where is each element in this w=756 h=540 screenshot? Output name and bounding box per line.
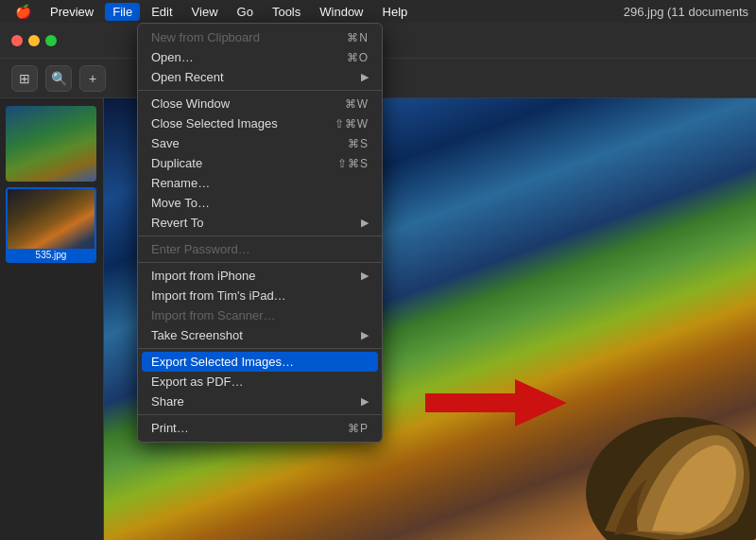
file-menu: New from Clipboard ⌘N Open… ⌘O Open Rece… xyxy=(137,23,383,443)
menu-import-iphone[interactable]: Import from iPhone ▶ xyxy=(138,266,382,286)
menu-rename-label: Rename… xyxy=(151,176,210,190)
screenshot-arrow-icon: ▶ xyxy=(361,329,369,341)
revert-arrow-icon: ▶ xyxy=(361,217,369,229)
dropdown-overlay: New from Clipboard ⌘N Open… ⌘O Open Rece… xyxy=(0,0,756,540)
menu-export-pdf[interactable]: Export as PDF… xyxy=(138,372,382,392)
menu-take-screenshot[interactable]: Take Screenshot ▶ xyxy=(138,325,382,345)
separator-2 xyxy=(138,235,382,236)
menu-close-selected-shortcut: ⇧⌘W xyxy=(335,117,369,131)
menu-duplicate-shortcut: ⇧⌘S xyxy=(337,157,369,170)
menu-import-ipad-label: Import from Tim's iPad… xyxy=(151,288,286,303)
menu-close-selected[interactable]: Close Selected Images ⇧⌘W xyxy=(138,113,382,133)
menu-save-label: Save xyxy=(151,136,180,150)
menu-print-label: Print… xyxy=(151,421,189,435)
menu-move-to-label: Move To… xyxy=(151,196,210,210)
menu-share-label: Share xyxy=(151,394,184,409)
menu-open-label: Open… xyxy=(151,50,194,64)
menu-open[interactable]: Open… ⌘O xyxy=(138,47,382,67)
menu-open-recent[interactable]: Open Recent ▶ xyxy=(138,67,382,87)
menu-close-window-label: Close Window xyxy=(151,96,230,111)
menu-enter-password: Enter Password… xyxy=(138,239,382,259)
menu-export-selected-label: Export Selected Images… xyxy=(151,355,294,369)
menu-save[interactable]: Save ⌘S xyxy=(138,133,382,153)
menu-save-shortcut: ⌘S xyxy=(348,137,369,150)
menu-rename[interactable]: Rename… xyxy=(138,173,382,193)
menu-duplicate[interactable]: Duplicate ⇧⌘S xyxy=(138,153,382,173)
menu-enter-password-label: Enter Password… xyxy=(151,242,250,256)
separator-5 xyxy=(138,414,382,415)
menu-open-recent-label: Open Recent xyxy=(151,70,224,84)
menu-duplicate-label: Duplicate xyxy=(151,156,202,170)
menu-new-clipboard-label: New from Clipboard xyxy=(151,30,260,44)
menu-import-scanner-label: Import from Scanner… xyxy=(151,308,276,322)
menu-close-window[interactable]: Close Window ⌘W xyxy=(138,94,382,113)
menu-new-clipboard-shortcut: ⌘N xyxy=(347,31,369,44)
menu-export-pdf-label: Export as PDF… xyxy=(151,375,244,389)
separator-1 xyxy=(138,90,382,91)
menu-import-ipad[interactable]: Import from Tim's iPad… xyxy=(138,286,382,305)
separator-3 xyxy=(138,262,382,263)
menu-print[interactable]: Print… ⌘P xyxy=(138,418,382,438)
menu-new-clipboard: New from Clipboard ⌘N xyxy=(138,27,382,47)
open-recent-arrow-icon: ▶ xyxy=(361,71,369,83)
menu-take-screenshot-label: Take Screenshot xyxy=(151,328,243,342)
menu-print-shortcut: ⌘P xyxy=(348,422,369,435)
separator-4 xyxy=(138,348,382,349)
import-iphone-arrow-icon: ▶ xyxy=(361,270,369,282)
menu-import-iphone-label: Import from iPhone xyxy=(151,269,256,283)
menu-share[interactable]: Share ▶ xyxy=(138,392,382,411)
menu-export-selected[interactable]: Export Selected Images… xyxy=(142,352,378,372)
menu-open-shortcut: ⌘O xyxy=(347,51,369,64)
menu-revert-to-label: Revert To xyxy=(151,216,203,230)
menu-import-scanner: Import from Scanner… xyxy=(138,305,382,325)
share-arrow-icon: ▶ xyxy=(361,395,369,408)
menu-close-selected-label: Close Selected Images xyxy=(151,116,278,131)
menu-close-window-shortcut: ⌘W xyxy=(345,97,369,111)
menu-revert-to[interactable]: Revert To ▶ xyxy=(138,213,382,233)
menu-move-to[interactable]: Move To… xyxy=(138,193,382,213)
